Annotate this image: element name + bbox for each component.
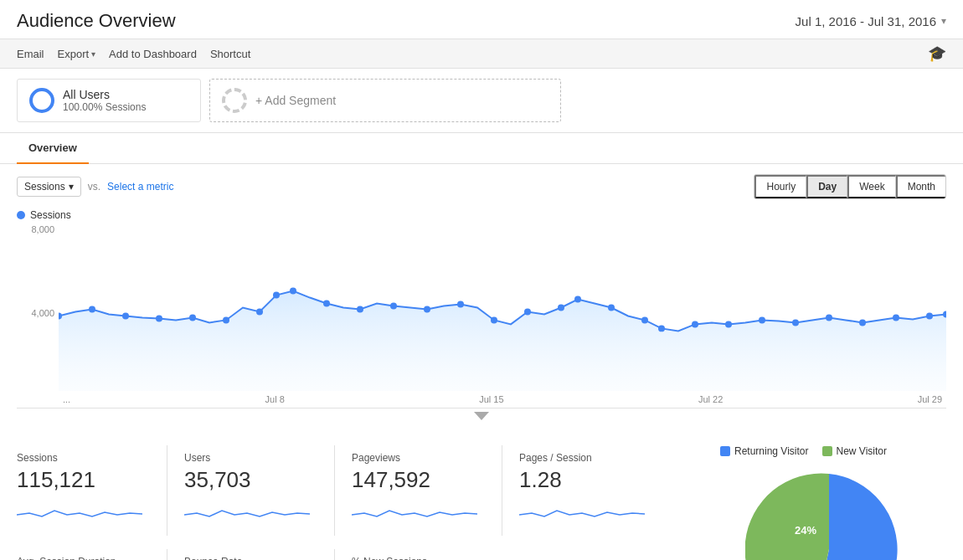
stats-grid: Sessions 115,121 Users 35,703 Pageviews … (17, 445, 712, 560)
y-label-4000: 4,000 (17, 308, 59, 318)
email-button[interactable]: Email (17, 46, 44, 62)
svg-point-21 (692, 321, 698, 327)
returning-visitor-dot (720, 446, 730, 456)
svg-point-12 (424, 306, 430, 313)
svg-point-13 (457, 301, 464, 308)
pie-container: 76% 24% (720, 465, 938, 560)
day-button[interactable]: Day (806, 175, 847, 198)
svg-point-25 (826, 314, 832, 321)
x-label-start: ... (63, 394, 70, 404)
x-axis: ... Jul 8 Jul 15 Jul 22 Jul 29 (59, 391, 946, 408)
chart-svg-wrapper (59, 224, 946, 391)
chart-controls: Sessions ▾ vs. Select a metric Hourly Da… (0, 164, 963, 204)
svg-point-18 (608, 305, 615, 311)
stat-pps-label: Pages / Session (519, 452, 653, 464)
pie-chart-area: Returning Visitor New Visitor 76% 24% (712, 445, 946, 560)
new-visitor-dot (822, 446, 832, 456)
stat-bounce-rate: Bounce Rate 84.06% (184, 549, 335, 560)
svg-point-3 (156, 315, 162, 321)
svg-marker-30 (474, 412, 489, 420)
x-label-jul15: Jul 15 (479, 394, 503, 404)
y-label-8000: 8,000 (17, 224, 59, 234)
svg-point-10 (357, 306, 363, 313)
svg-point-19 (641, 316, 648, 323)
sessions-metric-button[interactable]: Sessions ▾ (17, 177, 81, 197)
select-metric-link[interactable]: Select a metric (107, 181, 173, 193)
svg-point-20 (658, 325, 665, 331)
pie-legend: Returning Visitor New Visitor (720, 445, 938, 457)
pie-legend-returning: Returning Visitor (720, 445, 809, 457)
svg-point-11 (390, 303, 397, 310)
x-label-jul8: Jul 8 (265, 394, 285, 404)
sessions-legend-label: Sessions (30, 209, 71, 221)
all-users-segment[interactable]: All Users 100.00% Sessions (17, 79, 201, 122)
stat-new-sessions-label: % New Sessions (352, 556, 486, 560)
stat-sessions-value: 115,121 (17, 467, 150, 493)
stat-users-label: Users (184, 452, 317, 464)
page-title: Audience Overview (17, 10, 176, 32)
stat-pps-sparkline (519, 498, 645, 523)
svg-point-14 (491, 316, 497, 323)
pie-legend-new: New Visitor (822, 445, 887, 457)
stat-bounce-label: Bounce Rate (184, 556, 317, 560)
chart-collapse-handle[interactable] (17, 408, 946, 424)
tab-overview[interactable]: Overview (17, 133, 89, 164)
svg-point-24 (792, 319, 799, 326)
stat-avg-label: Avg. Session Duration (17, 556, 150, 560)
add-segment-text: + Add Segment (255, 94, 336, 107)
date-range-text: Jul 1, 2016 - Jul 31, 2016 (796, 14, 936, 28)
svg-point-17 (574, 296, 581, 303)
top-header: Audience Overview Jul 1, 2016 - Jul 31, … (0, 0, 963, 39)
month-button[interactable]: Month (896, 175, 945, 198)
pie-24-label: 24% (795, 524, 816, 537)
segment-area: All Users 100.00% Sessions + Add Segment (0, 69, 963, 133)
svg-point-23 (759, 316, 765, 323)
line-chart: 8,000 4,000 (17, 224, 946, 408)
svg-point-28 (926, 312, 933, 319)
svg-point-9 (323, 301, 330, 307)
x-label-jul22: Jul 22 (698, 394, 723, 404)
add-segment-circle (222, 88, 247, 113)
svg-point-8 (290, 288, 296, 295)
stat-pageviews: Pageviews 147,592 (352, 445, 502, 536)
add-segment-button[interactable]: + Add Segment (209, 79, 561, 122)
svg-point-22 (725, 321, 732, 327)
stat-pageviews-label: Pageviews (352, 452, 485, 464)
stat-pageviews-value: 147,592 (352, 467, 485, 493)
svg-point-26 (859, 319, 866, 326)
line-chart-svg (59, 224, 946, 391)
stat-pps-value: 1.28 (519, 467, 653, 493)
stat-sessions-label: Sessions (17, 452, 150, 464)
metric-selector: Sessions ▾ vs. Select a metric (17, 177, 173, 197)
stat-users-sparkline (184, 498, 310, 523)
stat-pageviews-sparkline (352, 498, 477, 523)
add-to-dashboard-button[interactable]: Add to Dashboard (109, 46, 197, 62)
tabs-area: Overview (0, 133, 963, 164)
segment-sub: 100.00% Sessions (63, 101, 146, 113)
stat-sessions: Sessions 115,121 (17, 445, 167, 536)
stats-area: Sessions 115,121 Users 35,703 Pageviews … (0, 432, 963, 560)
stat-users: Users 35,703 (184, 445, 335, 536)
stat-sessions-sparkline (17, 498, 142, 523)
stat-avg-session: Avg. Session Duration 00:00:51 (17, 549, 167, 560)
pie-chart-svg: 76% 24% (745, 465, 913, 560)
hourly-button[interactable]: Hourly (754, 175, 806, 198)
week-button[interactable]: Week (847, 175, 895, 198)
time-period-buttons: Hourly Day Week Month (754, 174, 946, 199)
svg-point-5 (223, 316, 229, 323)
sessions-legend-dot (17, 211, 25, 219)
svg-point-27 (893, 314, 899, 321)
stat-users-value: 35,703 (184, 467, 317, 493)
svg-point-7 (273, 292, 280, 299)
date-range-selector[interactable]: Jul 1, 2016 - Jul 31, 2016 ▾ (796, 14, 946, 28)
export-button[interactable]: Export ▾ (58, 46, 96, 62)
help-icon[interactable]: 🎓 (928, 44, 946, 63)
vs-text: vs. (88, 181, 100, 193)
export-caret: ▾ (91, 49, 95, 59)
svg-point-1 (89, 306, 95, 313)
date-range-caret: ▾ (941, 15, 946, 27)
shortcut-button[interactable]: Shortcut (210, 46, 250, 62)
segment-name: All Users (63, 88, 146, 101)
svg-point-2 (122, 312, 129, 319)
new-visitor-label: New Visitor (837, 445, 887, 457)
